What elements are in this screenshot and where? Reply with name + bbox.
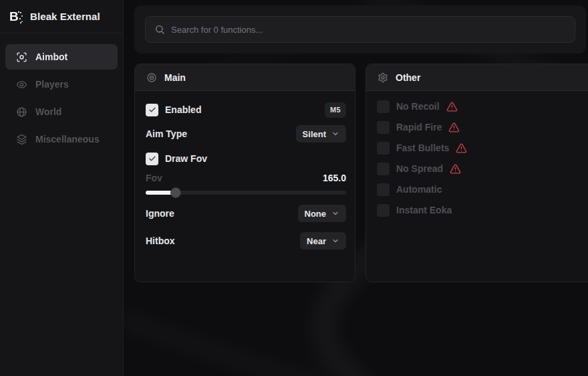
app-title: Bleak External xyxy=(30,11,100,22)
other-panel: Other No Recoil Rapid Fire Fast Bullets xyxy=(365,64,588,282)
aim-type-label: Aim Type xyxy=(146,128,187,139)
check-icon xyxy=(148,106,156,114)
other-panel-title: Other xyxy=(396,72,420,83)
other-panel-header: Other xyxy=(366,64,588,91)
search-bar-container xyxy=(134,5,586,54)
rapid-fire-checkbox[interactable] xyxy=(377,121,390,134)
sidebar-item-label: World xyxy=(35,106,61,117)
hitbox-dropdown[interactable]: Near xyxy=(300,232,346,250)
fov-slider[interactable] xyxy=(146,191,346,195)
sidebar-item-aimbot[interactable]: Aimbot xyxy=(5,44,118,70)
warning-icon xyxy=(446,101,458,112)
instant-eoka-checkbox[interactable] xyxy=(377,204,390,217)
keybind-button[interactable]: M5 xyxy=(325,102,346,118)
ignore-dropdown[interactable]: None xyxy=(298,205,347,222)
sidebar-item-label: Players xyxy=(35,79,69,90)
main-content: Main Enabled M5 Aim Type Silent xyxy=(124,0,588,376)
no-spread-row: No Spread xyxy=(377,162,585,175)
chevron-down-icon xyxy=(331,130,339,138)
no-recoil-row: No Recoil xyxy=(377,100,585,113)
chevron-down-icon xyxy=(331,209,339,217)
sidebar-item-players[interactable]: Players xyxy=(5,72,118,97)
sidebar-item-miscellaneous[interactable]: Miscellaneous xyxy=(5,126,118,152)
target-icon xyxy=(146,72,157,83)
ignore-label: Ignore xyxy=(146,208,174,219)
enabled-checkbox[interactable] xyxy=(146,104,158,116)
ignore-value: None xyxy=(305,209,327,219)
instant-eoka-row: Instant Eoka xyxy=(377,203,585,217)
no-recoil-label: No Recoil xyxy=(396,101,440,112)
eye-icon xyxy=(16,79,27,90)
draw-fov-row: Draw Fov xyxy=(146,151,346,167)
no-spread-label: No Spread xyxy=(396,163,443,174)
rapid-fire-label: Rapid Fire xyxy=(396,122,442,132)
fast-bullets-checkbox[interactable] xyxy=(377,142,390,155)
other-panel-body: No Recoil Rapid Fire Fast Bullets No Spr… xyxy=(377,100,585,224)
sidebar-nav: Aimbot Players World Miscellaneous xyxy=(0,33,123,152)
draw-fov-label: Draw Fov xyxy=(165,153,207,164)
globe-icon xyxy=(16,106,27,118)
automatic-checkbox[interactable] xyxy=(377,183,390,196)
sidebar: B Bleak External Aimbot Players World Mi… xyxy=(0,0,124,376)
gear-icon xyxy=(378,72,388,83)
aim-type-value: Silent xyxy=(303,129,326,139)
warning-icon xyxy=(456,143,467,154)
hitbox-row: Hitbox Near xyxy=(146,232,346,250)
ignore-row: Ignore None xyxy=(146,205,346,222)
instant-eoka-label: Instant Eoka xyxy=(396,205,452,215)
main-panel-header: Main xyxy=(135,64,355,91)
fast-bullets-row: Fast Bullets xyxy=(377,141,585,155)
hitbox-value: Near xyxy=(307,236,326,246)
enabled-label: Enabled xyxy=(165,104,201,115)
sidebar-item-label: Aimbot xyxy=(35,52,67,62)
fov-value: 165.0 xyxy=(323,173,346,183)
sidebar-item-world[interactable]: World xyxy=(5,99,118,124)
focus-icon xyxy=(16,52,27,63)
automatic-row: Automatic xyxy=(377,183,585,196)
warning-icon xyxy=(448,122,460,133)
sidebar-header: B Bleak External xyxy=(0,0,123,33)
no-recoil-checkbox[interactable] xyxy=(377,100,390,113)
enabled-row: Enabled M5 xyxy=(146,102,346,118)
fast-bullets-label: Fast Bullets xyxy=(396,143,449,153)
warning-icon xyxy=(450,163,461,175)
search-icon xyxy=(154,24,165,35)
aim-type-dropdown[interactable]: Silent xyxy=(296,125,346,143)
layers-icon xyxy=(16,134,27,145)
draw-fov-checkbox[interactable] xyxy=(146,153,158,165)
fov-slider-thumb[interactable] xyxy=(170,187,181,198)
no-spread-checkbox[interactable] xyxy=(377,163,390,175)
main-panel: Main Enabled M5 Aim Type Silent xyxy=(134,64,355,282)
hitbox-label: Hitbox xyxy=(146,236,175,246)
fov-row: Fov 165.0 xyxy=(146,172,346,184)
aim-type-row: Aim Type Silent xyxy=(146,125,346,143)
chevron-down-icon xyxy=(331,237,339,245)
check-icon xyxy=(148,155,156,163)
automatic-label: Automatic xyxy=(396,184,442,195)
app-logo: B xyxy=(9,9,24,24)
search-box xyxy=(145,16,575,43)
fov-label: Fov xyxy=(146,173,162,183)
main-panel-title: Main xyxy=(164,72,186,83)
rapid-fire-row: Rapid Fire xyxy=(377,120,585,134)
sidebar-item-label: Miscellaneous xyxy=(35,134,100,145)
app-window: B Bleak External Aimbot Players World Mi… xyxy=(0,0,588,376)
search-input[interactable] xyxy=(171,25,566,35)
